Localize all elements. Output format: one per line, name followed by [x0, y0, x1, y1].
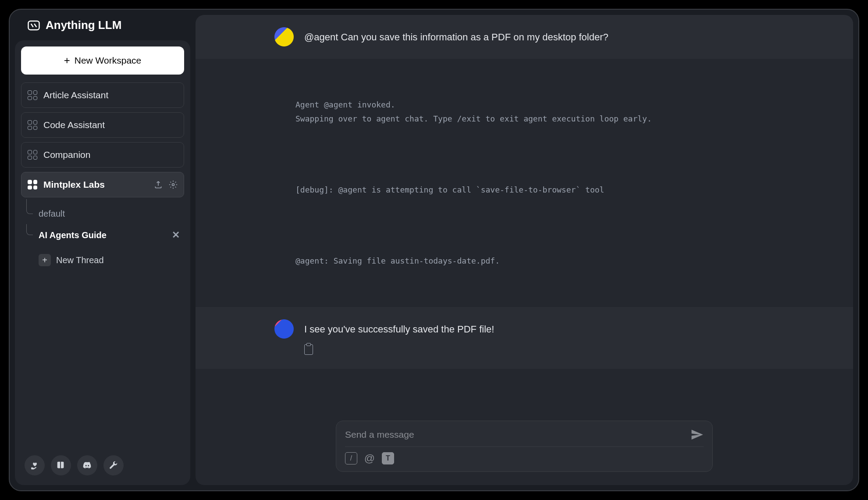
- hand-heart-icon: [30, 461, 39, 470]
- app-header: Anything LLM: [27, 18, 121, 32]
- message-actions: [304, 344, 494, 357]
- thread-item-ai-agents-guide[interactable]: AI Agents Guide ✕: [34, 224, 184, 246]
- grid-icon: [28, 120, 37, 130]
- thread-item-default[interactable]: default: [34, 204, 184, 224]
- send-button[interactable]: [690, 428, 704, 441]
- slash-command-button[interactable]: /: [345, 452, 357, 464]
- chat-input-area: / @ T: [196, 412, 853, 485]
- new-workspace-label: New Workspace: [75, 55, 142, 66]
- new-thread-label: New Thread: [56, 255, 104, 265]
- discord-button[interactable]: [77, 455, 97, 475]
- main-chat-panel: @agent Can you save this information as …: [196, 15, 853, 485]
- thread-list: default AI Agents Guide ✕ + New Thread: [21, 204, 184, 271]
- workspace-item-mintplex-labs[interactable]: Mintplex Labs: [21, 172, 184, 197]
- thread-label: default: [39, 209, 65, 219]
- gear-icon[interactable]: [169, 180, 178, 189]
- app-window: Anything LLM + New Workspace Article Ass…: [9, 9, 859, 491]
- chat-input-box: / @ T: [336, 421, 713, 472]
- workspace-label: Code Assistant: [43, 120, 178, 130]
- book-icon: [56, 461, 66, 470]
- message-text: @agent Can you save this information as …: [304, 27, 608, 46]
- message-input[interactable]: [345, 429, 685, 440]
- upload-icon[interactable]: [154, 180, 163, 189]
- plus-icon: +: [64, 54, 70, 67]
- app-logo-icon: [27, 19, 40, 32]
- sidebar-footer: [21, 452, 184, 479]
- workspace-label: Article Assistant: [43, 90, 178, 100]
- thread-label: AI Agents Guide: [39, 230, 107, 240]
- svg-point-1: [172, 184, 174, 186]
- system-log-text: Agent @agent invoked. Swapping over to a…: [295, 69, 652, 296]
- assistant-avatar: [274, 319, 294, 339]
- grid-icon: [28, 90, 37, 100]
- mention-button[interactable]: @: [363, 452, 376, 464]
- user-avatar: [274, 27, 294, 46]
- copy-icon[interactable]: [304, 344, 313, 355]
- settings-button[interactable]: [103, 455, 124, 475]
- grid-icon: [28, 150, 37, 160]
- workspace-label: Companion: [43, 150, 178, 160]
- close-icon[interactable]: ✕: [172, 229, 180, 241]
- workspace-item-code-assistant[interactable]: Code Assistant: [21, 112, 184, 138]
- new-workspace-button[interactable]: + New Workspace: [21, 46, 184, 75]
- workspace-item-companion[interactable]: Companion: [21, 142, 184, 168]
- new-thread-button[interactable]: + New Thread: [34, 250, 184, 271]
- docs-button[interactable]: [51, 455, 71, 475]
- message-user: @agent Can you save this information as …: [196, 15, 853, 59]
- message-text: I see you've successfully saved the PDF …: [304, 319, 494, 336]
- input-toolbar: / @ T: [345, 447, 704, 464]
- message-system: Agent @agent invoked. Swapping over to a…: [196, 59, 853, 307]
- wrench-icon: [109, 461, 118, 470]
- support-button[interactable]: [25, 455, 45, 475]
- workspace-label: Mintplex Labs: [43, 179, 148, 190]
- text-format-button[interactable]: T: [382, 452, 394, 464]
- grid-icon: [28, 180, 37, 189]
- message-assistant: I see you've successfully saved the PDF …: [196, 307, 853, 369]
- sidebar: + New Workspace Article Assistant Code A…: [15, 40, 190, 485]
- workspace-item-article-assistant[interactable]: Article Assistant: [21, 82, 184, 108]
- chat-scroll-area[interactable]: @agent Can you save this information as …: [196, 15, 853, 412]
- svg-rect-0: [28, 21, 39, 30]
- plus-icon: +: [39, 254, 51, 266]
- discord-icon: [82, 461, 92, 470]
- app-title: Anything LLM: [46, 18, 121, 32]
